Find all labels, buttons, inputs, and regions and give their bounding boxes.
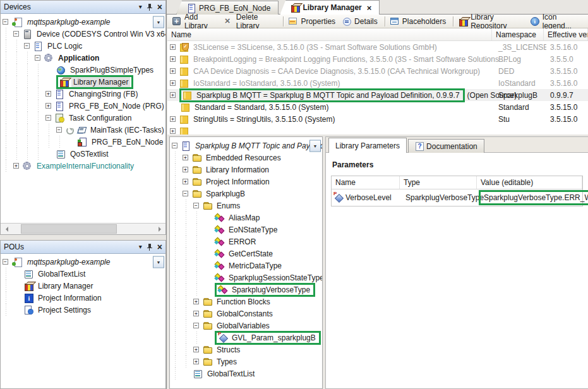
expand-toggle[interactable]: + <box>193 359 199 364</box>
column-name[interactable]: Name <box>332 176 400 189</box>
tree-item-globaltextlist[interactable]: GlobalTextList <box>170 368 322 380</box>
tree-item-device-codesys-control-win-v3-x64[interactable]: −Device (CODESYS Control Win V3 x64) <box>1 28 165 40</box>
collapse-toggle[interactable]: − <box>13 31 19 37</box>
expand-toggle[interactable]: + <box>193 347 199 352</box>
collapse-toggle[interactable]: − <box>3 259 8 265</box>
collapse-toggle[interactable]: − <box>183 191 188 196</box>
collapse-toggle[interactable]: − <box>3 19 8 25</box>
column-type[interactable]: Type <box>400 176 477 189</box>
tree-item-function-blocks[interactable]: +Function Blocks <box>170 296 322 308</box>
expand-toggle[interactable]: + <box>170 68 176 74</box>
pin-icon[interactable] <box>147 3 153 11</box>
collapse-toggle[interactable]: − <box>56 127 62 133</box>
tree-item-types[interactable]: +Types <box>170 356 322 368</box>
expand-toggle[interactable]: + <box>183 167 188 172</box>
scroll-track[interactable] <box>11 224 155 234</box>
library-row-standard[interactable]: Standard = Standard, 3.5.15.0 (System)St… <box>167 101 588 113</box>
column-value[interactable]: Value (editable) <box>477 176 582 189</box>
devices-hscrollbar[interactable] <box>1 223 165 234</box>
expand-toggle[interactable]: + <box>170 56 176 62</box>
collapse-toggle[interactable]: − <box>193 323 199 328</box>
tree-item-changingstring-fb[interactable]: +ChangingString (FB) <box>1 88 165 100</box>
tree-item-sparkplugb[interactable]: −SparkplugB <box>170 188 322 200</box>
details-button[interactable]: Details <box>340 16 382 27</box>
library-row-3slicense[interactable]: +3SLicense = 3SLicense, 3.5.16.0 (3S - S… <box>167 41 588 53</box>
tree-item-aliasmap[interactable]: AliasMap <box>170 212 322 224</box>
column-effective-version[interactable]: Effective version <box>544 28 588 40</box>
tab-library-manager[interactable]: Library Manager × <box>280 0 380 15</box>
tree-item-qostextlist[interactable]: QoSTextlist <box>1 148 165 160</box>
collapse-toggle[interactable]: − <box>45 115 51 121</box>
expand-toggle[interactable]: + <box>183 155 188 160</box>
expand-toggle[interactable]: + <box>193 311 199 316</box>
tree-item-structs[interactable]: +Structs <box>170 344 322 356</box>
scroll-right-icon[interactable] <box>155 224 165 234</box>
tree-item-prg-fb-eon-node-prg[interactable]: +PRG_FB_EoN_Node (PRG) <box>1 100 165 112</box>
tree-item-enums[interactable]: −Enums <box>170 200 322 212</box>
library-row-iostandard[interactable]: +IoStandard = IoStandard, 3.5.16.0 (Syst… <box>167 77 588 89</box>
tree-item-library-manager[interactable]: Library Manager <box>1 76 165 88</box>
library-row-partial[interactable]: + <box>167 125 588 135</box>
expand-toggle[interactable]: + <box>183 179 188 184</box>
tree-root-dropdown[interactable]: ▼ <box>153 256 164 268</box>
library-root-row[interactable]: − Sparkplug B MQTT Topic and Payload ▼ <box>170 140 322 152</box>
expand-toggle[interactable]: + <box>45 103 51 109</box>
close-icon[interactable]: × <box>157 3 162 11</box>
pin-icon[interactable] <box>147 243 153 251</box>
tree-item-metricdatatype[interactable]: MetricDataType <box>170 260 322 272</box>
tree-item-mqttsparkplugb-example[interactable]: −mqttsparkplugb-example▼ <box>1 16 165 28</box>
library-row-sparkplug[interactable]: +Sparkplug B MQTT = Sparkplug B MQTT Top… <box>167 89 588 101</box>
tree-item-exampleinternalfunctionality[interactable]: +ExampleInternalFunctionality <box>1 160 165 172</box>
expand-toggle[interactable]: + <box>45 91 51 97</box>
library-row-stringutils[interactable]: +StringUtils = StringUtils, 3.5.15.0 (Sy… <box>167 113 588 125</box>
collapse-toggle[interactable]: − <box>193 203 199 208</box>
column-name[interactable]: Name <box>167 28 492 40</box>
tree-item-prg-fb-eon-node[interactable]: PRG_FB_EoN_Node <box>1 136 165 148</box>
panel-menu-icon[interactable]: ▾ <box>139 244 142 250</box>
tab-documentation[interactable]: Documentation <box>408 139 484 153</box>
tree-item-error[interactable]: ERROR <box>170 236 322 248</box>
tree-item-plc-logic[interactable]: −PLC Logic <box>1 40 165 52</box>
collapse-toggle[interactable]: − <box>24 43 30 49</box>
tree-item-gvl-param-sparkplugb[interactable]: GVL_Param_sparkplugB <box>170 332 322 344</box>
tree-item-maintask-iec-tasks[interactable]: −MainTask (IEC-Tasks) <box>1 124 165 136</box>
expand-toggle[interactable]: + <box>170 44 176 50</box>
parameter-row[interactable]: VerboseLevel SparkplugVerboseType Sparkp… <box>332 189 582 206</box>
scroll-left-icon[interactable] <box>1 224 11 234</box>
expand-toggle[interactable]: + <box>170 92 176 98</box>
library-root-dropdown[interactable]: ▼ <box>309 140 321 152</box>
expand-toggle[interactable]: + <box>13 163 19 169</box>
placeholders-button[interactable]: Placeholders <box>388 16 450 27</box>
tree-item-sparkplugsessionstatetype[interactable]: SparkplugSessionStateType <box>170 272 322 284</box>
tree-item-project-information[interactable]: +Project Information <box>170 176 322 188</box>
collapse-toggle[interactable]: − <box>35 55 40 61</box>
properties-button[interactable]: Properties <box>286 16 340 27</box>
panel-menu-icon[interactable]: ▾ <box>139 4 142 10</box>
tab-close-icon[interactable]: × <box>367 4 372 12</box>
tree-item-task-configuration[interactable]: −Task Configuration <box>1 112 165 124</box>
tree-item-sparkplugverbosetype[interactable]: SparkplugVerboseType <box>170 284 322 296</box>
scroll-thumb[interactable] <box>21 224 117 234</box>
tab-library-parameters[interactable]: Library Parameters <box>328 138 407 153</box>
parameter-value-highlight[interactable]: SparkplugVerboseType.ERR_WRN <box>479 190 588 205</box>
tree-item-project-information[interactable]: Project Information <box>1 292 165 304</box>
tree-item-application[interactable]: −Application <box>1 52 165 64</box>
expand-toggle[interactable]: + <box>170 128 176 134</box>
tree-item-globalvariables[interactable]: −GlobalVariables <box>170 320 322 332</box>
tree-item-sparkplugbsimpletypes[interactable]: SparkPlugBSimpleTypes <box>1 64 165 76</box>
tree-item-project-settings[interactable]: Project Settings <box>1 304 165 316</box>
column-namespace[interactable]: Namespace <box>492 28 544 40</box>
close-icon[interactable]: × <box>157 242 162 251</box>
expand-toggle[interactable]: + <box>193 299 199 304</box>
tree-item-getcertstate[interactable]: GetCertState <box>170 248 322 260</box>
library-row-caa[interactable]: +CAA Device Diagnosis = CAA Device Diagn… <box>167 65 588 77</box>
tree-item-library-information[interactable]: +Library Information <box>170 164 322 176</box>
tree-item-embedded-resources[interactable]: +Embedded Resources <box>170 152 322 164</box>
tree-item-mqttsparkplugb-example[interactable]: −mqttsparkplugb-example▼ <box>1 256 165 268</box>
tree-item-globalconstants[interactable]: +GlobalConstants <box>170 308 322 320</box>
tree-item-library-manager[interactable]: Library Manager <box>1 280 165 292</box>
expand-toggle[interactable]: + <box>170 116 176 122</box>
tree-item-globaltextlist[interactable]: GlobalTextList <box>1 268 165 280</box>
library-row-breakpointlogging[interactable]: +BreakpointLogging = Breakpoint Logging … <box>167 53 588 65</box>
expand-toggle[interactable]: + <box>170 80 176 86</box>
